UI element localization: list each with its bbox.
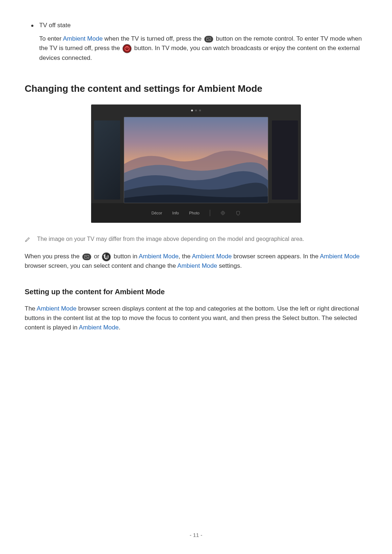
- pagination-dots: [191, 110, 201, 111]
- ambient-button-icon: [204, 36, 213, 43]
- svg-line-13: [26, 241, 26, 241]
- shield-icon: [236, 210, 241, 216]
- text-fragment: .: [119, 324, 121, 331]
- ambient-mode-link: Ambient Mode: [177, 262, 217, 269]
- tv-screenshot: Décor Info Photo: [91, 104, 301, 223]
- bullet-body: To enter Ambient Mode when the TV is tur…: [39, 34, 367, 63]
- tv-screenshot-container: Décor Info Photo: [25, 104, 367, 223]
- content-carousel: [91, 117, 301, 203]
- ambient-button-icon: [82, 253, 91, 260]
- page-number: - 11 -: [189, 532, 202, 538]
- text-fragment: , the: [179, 253, 192, 260]
- category-photo: Photo: [189, 211, 200, 215]
- page-dot-active: [191, 110, 193, 111]
- svg-point-8: [222, 212, 224, 214]
- text-fragment: button in: [112, 253, 139, 260]
- back-button-icon: [102, 253, 111, 260]
- text-fragment: browser screen appears. In the: [232, 253, 320, 260]
- bullet-item: TV off state To enter Ambient Mode when …: [31, 22, 367, 63]
- section-heading: Changing the content and settings for Am…: [25, 83, 367, 94]
- ambient-mode-link: Ambient Mode: [79, 324, 119, 331]
- page-dot: [199, 110, 201, 111]
- bullet-dot-icon: [31, 25, 33, 27]
- note-text: The image on your TV may differ from the…: [37, 236, 304, 242]
- text-fragment: When you press the: [25, 253, 81, 260]
- ambient-mode-link: Ambient Mode: [192, 253, 232, 260]
- ambient-mode-link: Ambient Mode: [320, 253, 360, 260]
- ambient-mode-link: Ambient Mode: [63, 35, 103, 42]
- ambient-mode-link: Ambient Mode: [139, 253, 179, 260]
- text-fragment: browser screen, you can select content a…: [25, 262, 177, 269]
- bullet-list: TV off state To enter Ambient Mode when …: [31, 22, 367, 63]
- paragraph: When you press the or button in Ambient …: [25, 252, 367, 271]
- divider: [210, 210, 210, 216]
- thumbnail-main: [124, 117, 268, 203]
- power-button-icon: [122, 45, 132, 52]
- paragraph: The Ambient Mode browser screen displays…: [25, 304, 367, 333]
- text-fragment: settings.: [217, 262, 242, 269]
- bullet-title: TV off state: [39, 22, 367, 29]
- pencil-icon: [25, 237, 30, 242]
- text-fragment: To enter: [39, 35, 63, 42]
- text-fragment: when the TV is turned off, press the: [103, 35, 203, 42]
- page-dot: [195, 110, 197, 111]
- thumbnail-left: [94, 120, 120, 200]
- text-fragment: or: [92, 253, 101, 260]
- svg-point-7: [221, 212, 224, 215]
- note: The image on your TV may differ from the…: [25, 236, 367, 242]
- settings-icon: [220, 210, 225, 216]
- thumbnail-right: [272, 120, 298, 200]
- category-decor: Décor: [151, 211, 162, 215]
- category-info: Info: [172, 211, 179, 215]
- subsection-heading: Setting up the content for Ambient Mode: [25, 288, 367, 296]
- bullet-content: TV off state To enter Ambient Mode when …: [39, 22, 367, 63]
- ambient-mode-link: Ambient Mode: [37, 305, 77, 312]
- category-bar: Décor Info Photo: [91, 203, 301, 223]
- svg-point-17: [102, 253, 111, 261]
- text-fragment: The: [25, 305, 37, 312]
